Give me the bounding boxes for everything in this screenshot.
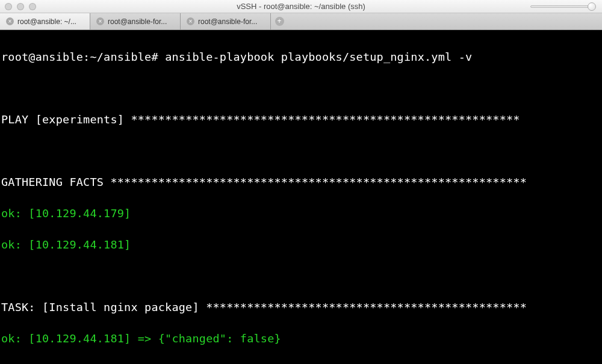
titlebar: vSSH - root@ansible: ~/ansible (ssh) xyxy=(0,0,602,13)
tab-2[interactable]: × root@ansible-for... xyxy=(181,13,271,29)
tab-1[interactable]: × root@ansible-for... xyxy=(90,13,181,29)
terminal[interactable]: root@ansible:~/ansible# ansible-playbook… xyxy=(0,30,602,364)
new-tab-button[interactable]: + xyxy=(271,13,288,29)
tab-label: root@ansible: ~/... xyxy=(17,17,76,26)
terminal-ok-line: ok: [10.129.44.179] xyxy=(1,206,601,221)
close-window-button[interactable] xyxy=(5,3,12,10)
zoom-window-button[interactable] xyxy=(29,3,36,10)
close-icon[interactable]: × xyxy=(6,17,14,25)
terminal-blank xyxy=(1,268,601,284)
tab-bar: × root@ansible: ~/... × root@ansible-for… xyxy=(0,13,602,30)
plus-icon: + xyxy=(275,17,284,26)
terminal-blank xyxy=(1,143,601,159)
terminal-play-header: PLAY [experiments] *********************… xyxy=(1,112,601,128)
close-icon[interactable]: × xyxy=(187,17,194,25)
terminal-ok-line: ok: [10.129.44.181] xyxy=(1,237,601,253)
terminal-gather-header: GATHERING FACTS ************************… xyxy=(1,174,601,190)
minimize-window-button[interactable] xyxy=(17,3,24,10)
traffic-lights xyxy=(5,3,36,10)
tab-label: root@ansible-for... xyxy=(108,17,167,26)
terminal-blank xyxy=(1,81,601,96)
window-title: vSSH - root@ansible: ~/ansible (ssh) xyxy=(237,2,365,11)
terminal-line-prompt: root@ansible:~/ansible# ansible-playbook… xyxy=(1,49,601,65)
terminal-ok-line: ok: [10.129.44.181] => {"changed": false… xyxy=(1,331,601,347)
terminal-task-header: TASK: [Install nginx package] **********… xyxy=(1,300,601,315)
tab-label: root@ansible-for... xyxy=(198,17,257,26)
tab-0[interactable]: × root@ansible: ~/... xyxy=(0,13,90,29)
opacity-slider[interactable] xyxy=(530,2,596,11)
close-icon[interactable]: × xyxy=(96,17,104,25)
